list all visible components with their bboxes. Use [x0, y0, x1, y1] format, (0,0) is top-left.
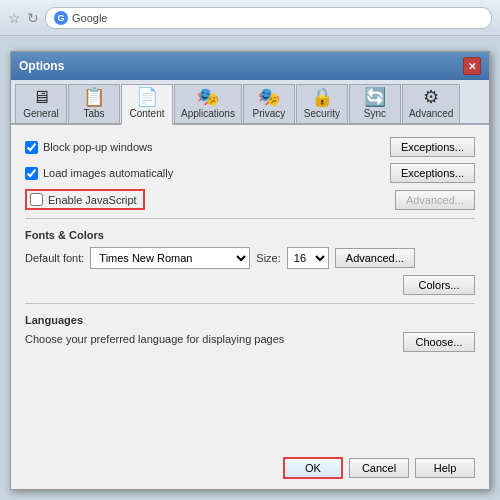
tab-security[interactable]: 🔒 Security [296, 84, 348, 123]
font-select[interactable]: Times New Roman [90, 247, 250, 269]
size-label: Size: [256, 252, 280, 264]
star-icon[interactable]: ☆ [8, 10, 21, 26]
languages-row: Choose your preferred language for displ… [25, 332, 475, 352]
tab-general[interactable]: 🖥 General [15, 84, 67, 123]
size-select[interactable]: 16 [287, 247, 329, 269]
tab-content-label: Content [129, 108, 164, 119]
tab-applications[interactable]: 🎭 Applications [174, 84, 242, 123]
dialog-body: Block pop-up windows Exceptions... Load … [11, 125, 489, 370]
ok-button[interactable]: OK [283, 457, 343, 479]
tab-applications-label: Applications [181, 108, 235, 119]
tabs-icon: 📋 [83, 88, 105, 106]
enable-js-label: Enable JavaScript [48, 194, 137, 206]
browser-window: ☆ ↻ G Google Options ✕ 🖥 General 📋 Ta [0, 0, 500, 500]
bottom-buttons: OK Cancel Help [283, 457, 475, 479]
refresh-icon[interactable]: ↻ [27, 10, 39, 26]
security-icon: 🔒 [311, 88, 333, 106]
sync-icon: 🔄 [364, 88, 386, 106]
enable-js-checkbox[interactable] [30, 193, 43, 206]
tab-general-label: General [23, 108, 59, 119]
cancel-button[interactable]: Cancel [349, 458, 409, 478]
block-popups-label: Block pop-up windows [43, 141, 152, 153]
options-dialog: Options ✕ 🖥 General 📋 Tabs 📄 Content [10, 51, 490, 490]
browser-toolbar: ☆ ↻ G Google [0, 0, 500, 36]
applications-icon: 🎭 [197, 88, 219, 106]
divider-2 [25, 303, 475, 304]
dialog-overlay: Options ✕ 🖥 General 📋 Tabs 📄 Content [0, 36, 500, 500]
block-popups-exceptions-button[interactable]: Exceptions... [390, 137, 475, 157]
fonts-section-title: Fonts & Colors [25, 229, 475, 241]
help-button[interactable]: Help [415, 458, 475, 478]
fonts-advanced-button[interactable]: Advanced... [335, 248, 415, 268]
tabs-bar: 🖥 General 📋 Tabs 📄 Content 🎭 Application… [11, 80, 489, 125]
tab-sync[interactable]: 🔄 Sync [349, 84, 401, 123]
block-popups-row: Block pop-up windows Exceptions... [25, 137, 475, 157]
search-bar[interactable]: G Google [45, 7, 492, 29]
load-images-row: Load images automatically Exceptions... [25, 163, 475, 183]
general-icon: 🖥 [32, 88, 50, 106]
load-images-exceptions-button[interactable]: Exceptions... [390, 163, 475, 183]
dialog-title: Options [19, 59, 64, 73]
js-advanced-button[interactable]: Advanced... [395, 190, 475, 210]
load-images-wrap: Load images automatically [25, 167, 173, 180]
privacy-icon: 🎭 [258, 88, 280, 106]
divider-1 [25, 218, 475, 219]
load-images-checkbox[interactable] [25, 167, 38, 180]
tab-tabs-label: Tabs [83, 108, 104, 119]
tab-content[interactable]: 📄 Content [121, 84, 173, 125]
choose-button[interactable]: Choose... [403, 332, 475, 352]
advanced-icon: ⚙ [423, 88, 439, 106]
fonts-row: Default font: Times New Roman Size: 16 A… [25, 247, 475, 269]
load-images-label: Load images automatically [43, 167, 173, 179]
close-button[interactable]: ✕ [463, 57, 481, 75]
default-font-label: Default font: [25, 252, 84, 264]
content-icon: 📄 [136, 88, 158, 106]
tab-privacy-label: Privacy [253, 108, 286, 119]
languages-section-title: Languages [25, 314, 475, 326]
google-icon: G [54, 11, 68, 25]
tab-security-label: Security [304, 108, 340, 119]
tab-sync-label: Sync [364, 108, 386, 119]
enable-js-row: Enable JavaScript Advanced... [25, 189, 475, 210]
block-popups-checkbox[interactable] [25, 141, 38, 154]
tab-tabs[interactable]: 📋 Tabs [68, 84, 120, 123]
search-text: Google [72, 12, 107, 24]
enable-js-box: Enable JavaScript [25, 189, 145, 210]
tab-advanced-label: Advanced [409, 108, 453, 119]
colors-button[interactable]: Colors... [403, 275, 475, 295]
tab-privacy[interactable]: 🎭 Privacy [243, 84, 295, 123]
block-popups-wrap: Block pop-up windows [25, 141, 152, 154]
tab-advanced[interactable]: ⚙ Advanced [402, 84, 460, 123]
dialog-titlebar: Options ✕ [11, 52, 489, 80]
languages-desc: Choose your preferred language for displ… [25, 333, 284, 345]
